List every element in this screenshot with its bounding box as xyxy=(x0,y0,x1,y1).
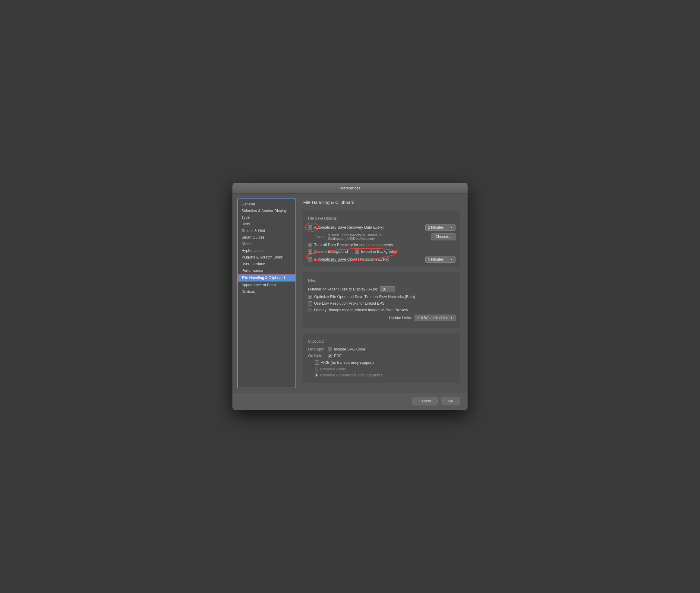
recent-files-input[interactable] xyxy=(380,286,395,292)
ok-button[interactable]: OK xyxy=(441,397,460,405)
auto-save-cloud-row: Automatically Save Cloud Documents Every… xyxy=(308,256,455,263)
on-copy-row: On Copy: Include SVG Code xyxy=(308,347,455,351)
turn-off-recovery-row: Turn off Data Recovery for complex docum… xyxy=(308,243,455,247)
low-res-checkbox[interactable] xyxy=(308,301,312,306)
folder-path: /Users/...ences/Adobe Illustrator 25 Set… xyxy=(328,233,429,240)
file-save-options-group: File Save Options Automatically Save Rec… xyxy=(303,210,460,267)
sidebar-item-guides-grid[interactable]: Guides & Grid xyxy=(238,228,296,234)
folder-label: Folder: xyxy=(315,235,325,239)
sidebar-item-type[interactable]: Type xyxy=(238,214,296,221)
auto-save-interval-dropdown[interactable]: 2 Minutes ▼ xyxy=(425,224,455,231)
recent-files-row: Number of Recent Files to Display (0–30)… xyxy=(308,286,455,292)
folder-row: Folder: /Users/...ences/Adobe Illustrato… xyxy=(315,233,455,240)
optimize-label[interactable]: Optimize File Open and Save Time on Slow… xyxy=(308,295,415,299)
on-quit-row: On Quit: PDF xyxy=(308,354,455,358)
display-bitmaps-row: Display Bitmaps as Anti-Aliased images i… xyxy=(308,308,455,312)
export-in-background-checkbox[interactable] xyxy=(355,249,359,254)
auto-save-dropdown-wrapper: 2 Minutes ▼ xyxy=(425,224,455,231)
sidebar-item-smart-guides[interactable]: Smart Guides xyxy=(238,234,296,241)
display-bitmaps-checkbox[interactable] xyxy=(308,308,312,312)
include-svg-label[interactable]: Include SVG Code xyxy=(328,347,365,351)
aicb-checkbox[interactable] xyxy=(315,360,319,365)
save-export-row: Save in Background Export in Background xyxy=(308,249,455,254)
sidebar-item-plugins-scratch[interactable]: Plug-ins & Scratch Disks xyxy=(238,254,296,261)
preserve-paths-radio[interactable] xyxy=(315,367,318,371)
auto-save-cloud-checkbox[interactable] xyxy=(308,257,312,262)
low-res-row: Use Low Resolution Proxy for Linked EPS xyxy=(308,301,455,306)
sidebar-item-user-interface[interactable]: User Interface xyxy=(238,261,296,267)
preserve-appearance-label: Preserve Appearance and Overprints xyxy=(320,373,382,377)
auto-save-label[interactable]: Automatically Save Recovery Data Every: xyxy=(308,225,384,230)
pdf-label[interactable]: PDF xyxy=(328,354,342,358)
sidebar-item-performance[interactable]: Performance xyxy=(238,267,296,274)
clipboard-group: Clipboard On Copy: Include SVG Code On Q… xyxy=(303,333,460,383)
preferences-dialog: Preferences General Selection & Anchor D… xyxy=(232,183,468,410)
low-res-label[interactable]: Use Low Resolution Proxy for Linked EPS xyxy=(308,301,384,306)
sidebar-item-slices[interactable]: Slices xyxy=(238,241,296,247)
save-in-background-checkbox[interactable] xyxy=(308,249,312,254)
sidebar-item-general[interactable]: General xyxy=(238,201,296,207)
aicb-label[interactable]: AICB (no transparency support) xyxy=(315,360,374,365)
auto-save-checkbox[interactable] xyxy=(308,225,312,230)
aicb-row: AICB (no transparency support) xyxy=(315,360,455,365)
auto-save-cloud-label[interactable]: Automatically Save Cloud Documents Every… xyxy=(308,257,389,262)
update-links-dropdown[interactable]: Ask When Modified ▼ xyxy=(414,315,455,321)
sidebar-item-file-handling[interactable]: File Handling & Clipboard xyxy=(238,274,296,282)
dialog-title: Preferences xyxy=(340,186,360,190)
files-label: Files xyxy=(308,278,455,283)
sidebar-item-devices[interactable]: Devices xyxy=(238,288,296,295)
sidebar-item-selection-anchor[interactable]: Selection & Anchor Display xyxy=(238,207,296,214)
update-links-row: Update Links: Ask When Modified ▼ xyxy=(308,315,455,321)
preserve-paths-label: Preserve Paths xyxy=(320,367,346,371)
sidebar: General Selection & Anchor Display Type … xyxy=(237,198,296,388)
on-copy-label: On Copy: xyxy=(308,347,326,351)
preserve-appearance-row: Preserve Appearance and Overprints xyxy=(315,373,455,377)
optimize-row: Optimize File Open and Save Time on Slow… xyxy=(308,295,455,299)
main-section-title: File Handling & Clipboard xyxy=(303,200,460,205)
turn-off-recovery-checkbox[interactable] xyxy=(308,243,312,247)
cloud-interval-wrapper: 5 Minutes ▼ xyxy=(425,256,455,263)
sidebar-item-hyphenation[interactable]: Hyphenation xyxy=(238,247,296,254)
auto-save-row: Automatically Save Recovery Data Every: … xyxy=(308,224,455,231)
sidebar-item-units[interactable]: Units xyxy=(238,221,296,228)
optimize-checkbox[interactable] xyxy=(308,295,312,299)
preserve-appearance-radio[interactable] xyxy=(315,373,318,377)
dropdown-chevron-icon: ▼ xyxy=(450,226,453,229)
cloud-dropdown-chevron-icon: ▼ xyxy=(450,258,453,261)
on-quit-label: On Quit: xyxy=(308,354,326,358)
include-svg-checkbox[interactable] xyxy=(328,347,332,351)
update-links-chevron-icon: ▼ xyxy=(450,316,453,319)
display-bitmaps-label[interactable]: Display Bitmaps as Anti-Aliased images i… xyxy=(308,308,408,312)
main-content: File Handling & Clipboard File Save Opti… xyxy=(296,194,468,393)
sidebar-item-appearance-black[interactable]: Appearance of Black xyxy=(238,282,296,288)
update-links-label: Update Links: xyxy=(389,316,412,320)
choose-button[interactable]: Choose... xyxy=(431,233,455,240)
cancel-button[interactable]: Cancel xyxy=(412,397,438,405)
cloud-interval-dropdown[interactable]: 5 Minutes ▼ xyxy=(425,256,455,263)
dialog-body: General Selection & Anchor Display Type … xyxy=(232,194,468,393)
file-save-options-label: File Save Options xyxy=(308,216,455,221)
files-group: Files Number of Recent Files to Display … xyxy=(303,272,460,328)
preserve-paths-row: Preserve Paths xyxy=(315,367,455,371)
export-in-background-label[interactable]: Export in Background xyxy=(355,249,397,254)
title-bar: Preferences xyxy=(232,183,468,194)
pdf-checkbox[interactable] xyxy=(328,354,332,358)
clipboard-label: Clipboard xyxy=(308,339,455,344)
save-in-background-label[interactable]: Save in Background xyxy=(308,249,348,254)
bottom-buttons: Cancel OK xyxy=(232,393,468,410)
turn-off-recovery-label[interactable]: Turn off Data Recovery for complex docum… xyxy=(308,243,393,247)
